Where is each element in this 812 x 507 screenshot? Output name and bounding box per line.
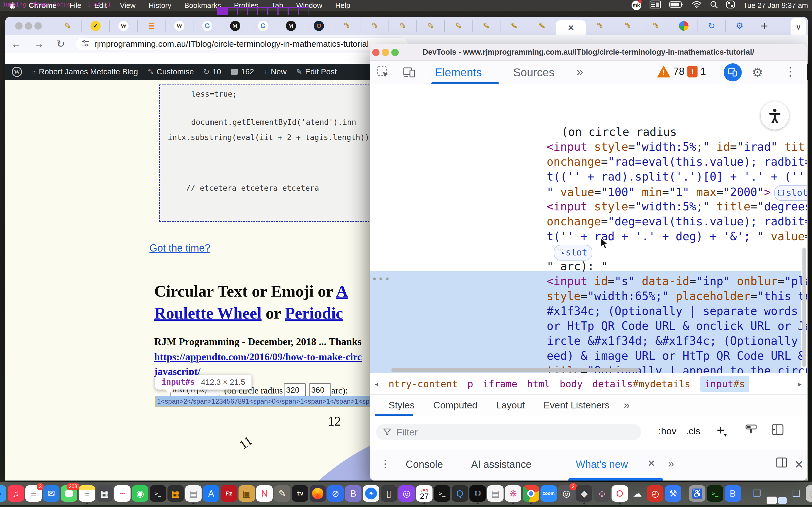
tab-sources[interactable]: Sources <box>513 66 555 79</box>
comments-button[interactable]: 162 <box>228 64 257 80</box>
devtools-menu-icon[interactable]: ⋮ <box>784 64 796 78</box>
dom-tree-node[interactable]: onchange="rad=eval(this.value); radbit= <box>547 155 807 168</box>
dock-icon-messages[interactable]: 208 <box>61 485 77 502</box>
tab-search-chevron[interactable]: ∨ <box>791 18 806 35</box>
edit-post-button[interactable]: ✎Edit Post <box>293 64 340 80</box>
dom-tree-node[interactable]: ircle &#x1f34d; &#x1f34c; (Optionally <box>547 334 798 347</box>
dock-icon-notes[interactable]: ≡ <box>79 485 95 502</box>
wp-logo[interactable]: W <box>9 64 25 80</box>
drawer-tab-whats-new[interactable]: What's new <box>576 459 628 470</box>
dock-icon-pig[interactable]: ☺ <box>594 485 610 502</box>
customise-button[interactable]: ✎Customise <box>145 64 197 80</box>
dock-icon-calendar[interactable]: JAN27 <box>416 485 433 502</box>
dock-icon-xcode[interactable]: ⚒ <box>665 485 681 502</box>
window-controls[interactable] <box>5 22 54 30</box>
dock-icon-reminders[interactable]: ≡3 <box>26 485 42 502</box>
dock-icon-preview[interactable]: ▤ <box>487 485 504 502</box>
dom-tree-node[interactable]: (on circle radius <box>561 125 677 138</box>
dock-icon-filezilla[interactable]: Fz <box>221 485 237 502</box>
dom-tree-node[interactable]: or HtTp QR Code URL & onclick URL or Ja <box>547 320 807 332</box>
dock-icon-launchpad[interactable]: ▦ <box>96 485 113 502</box>
pinned-tab-pencil[interactable]: ✎ <box>333 20 361 32</box>
dock-icon-mini-window-2[interactable] <box>778 497 786 504</box>
dock-icon-folder-apps[interactable]: ❐ <box>749 485 765 502</box>
battery-icon[interactable] <box>669 1 683 10</box>
dock-icon-paint[interactable]: ❋ <box>505 485 521 502</box>
dock-icon-trash[interactable]: ▢ <box>806 485 812 502</box>
dock-icon-app-store[interactable]: A <box>203 485 219 502</box>
dock-icon-news[interactable]: N <box>256 485 273 502</box>
dock-icon-calculator[interactable]: ▦ <box>167 485 184 502</box>
pinned-tab-google[interactable]: G <box>193 20 221 32</box>
dom-tree-node[interactable]: onchange="deg=eval(this.value); radbit= <box>547 215 807 228</box>
dock-icon-facetime[interactable]: ◉ <box>132 485 148 502</box>
url-text[interactable]: rjmprogramming.com.au/ITblog/circle-term… <box>94 39 369 49</box>
keyboard-icon[interactable] <box>650 1 661 10</box>
dock-icon-inkscape[interactable]: ◆ <box>576 485 592 502</box>
hover-state-button[interactable]: :hov <box>658 426 676 437</box>
dock-icon-bluetooth[interactable]: B <box>725 485 741 502</box>
dock-icon-terminal[interactable]: >_ <box>150 485 166 502</box>
dock-icon-downloads[interactable]: ❏ <box>788 485 804 502</box>
device-toolbar-icon[interactable] <box>403 66 416 80</box>
dock-icon-textedit[interactable]: ▤ <box>185 485 202 502</box>
pinned-tab-pencil[interactable]: ✎ <box>472 20 500 32</box>
device-mode-button[interactable] <box>724 63 742 81</box>
title-link-a[interactable]: A <box>336 282 348 300</box>
dock-icon-gauge[interactable]: ◴ <box>647 485 663 502</box>
pinned-tab-google[interactable]: G <box>249 20 277 32</box>
pinned-tab-medium[interactable]: M <box>221 20 249 32</box>
close-whats-new-icon[interactable]: ✕ <box>648 458 655 469</box>
dock-icon-terminal-2[interactable]: >_ <box>434 485 450 502</box>
updates-button[interactable]: ↻10 <box>201 64 224 80</box>
pinned-tab-gear[interactable]: ⚙ <box>725 20 753 32</box>
dock-icon-zoom[interactable]: zoom <box>541 485 557 502</box>
styles-tab-computed[interactable]: Computed <box>434 400 477 411</box>
menu-item-view[interactable]: View <box>120 1 136 10</box>
dock-icon-shortcuts[interactable]: ◎2 <box>558 485 574 502</box>
breadcrumb-scroll-left[interactable]: ◂ <box>374 379 379 389</box>
close-tab-icon[interactable]: ✕ <box>567 23 574 33</box>
breadcrumb-body[interactable]: body <box>560 378 583 390</box>
pinned-tab-pencil[interactable]: ✎ <box>586 20 614 32</box>
omnibox[interactable]: rjmprogramming.com.au/ITblog/circle-term… <box>75 38 408 50</box>
mk-menu-icon[interactable]: mk <box>631 1 641 10</box>
dock-icon-chrome[interactable] <box>523 485 539 502</box>
styles-tab-layout[interactable]: Layout <box>496 400 525 411</box>
drawer-more-chevron[interactable]: » <box>668 458 674 470</box>
pinned-tab-pencil[interactable]: ✎ <box>500 20 528 32</box>
dom-tree-node[interactable]: <input style="width:5%;" id="irad" tit <box>547 140 805 153</box>
inspected-text-input[interactable]: 1<span>2</span>1234567891<span>0</span>1… <box>155 396 370 407</box>
pinned-tab-pencil[interactable]: ✎ <box>614 20 642 32</box>
control-center-icon[interactable] <box>726 1 735 10</box>
styles-tab-event-listeners[interactable]: Event Listeners <box>544 400 610 411</box>
dock-icon-iphone-mirroring[interactable]: ▯ <box>380 485 397 502</box>
devtools-titlebar[interactable]: DevTools - www.rjmprogramming.com.au/ITb… <box>370 44 807 61</box>
styles-filter-input[interactable]: Filter <box>376 424 641 440</box>
pinned-tab-pencil[interactable]: ✎ <box>389 20 416 32</box>
dock-icon-keychain[interactable]: ▣ <box>239 485 255 502</box>
breadcrumb-p[interactable]: p <box>467 378 473 390</box>
styles-tab-styles[interactable]: Styles <box>389 400 415 411</box>
dock-icon-finder[interactable]: ☺ <box>0 485 6 502</box>
dom-tree-node[interactable]: #x1f34c; (Optionally | separate words ( <box>547 304 807 318</box>
pinned-tab-colors[interactable] <box>670 20 698 32</box>
dock-side-icon[interactable] <box>776 457 787 471</box>
slot-badge[interactable]: slot <box>554 245 592 261</box>
breadcrumb-details#mydetails[interactable]: details#mydetails <box>592 378 691 390</box>
dock-icon-bbedit[interactable]: B <box>345 485 361 502</box>
vertical-scrollbar[interactable] <box>802 247 806 367</box>
menu-bar-clock[interactable]: Tue 27 Jan 9:37 am <box>743 1 808 10</box>
dock-icon-apple-tv[interactable]: tv <box>292 485 308 502</box>
horizontal-scrollbar[interactable] <box>370 368 801 373</box>
styles-more-chevron[interactable]: » <box>624 399 629 411</box>
dock-icon-white-app[interactable]: ☁ <box>629 485 646 502</box>
dom-tree-node[interactable]: style="width:65%;" placeholder="this te <box>547 290 807 302</box>
class-toggle-button[interactable]: .cls <box>686 426 700 437</box>
breadcrumb-input#s[interactable]: input#s <box>700 376 749 392</box>
dom-tree-node[interactable]: " arc): " <box>547 260 608 273</box>
pinned-tab-pencil[interactable]: ✎ <box>54 20 82 32</box>
dock-icon-blocked[interactable]: ⊘ <box>327 485 344 502</box>
new-content-button[interactable]: +New <box>261 64 289 80</box>
close-drawer-icon[interactable]: ✕ <box>794 458 804 471</box>
